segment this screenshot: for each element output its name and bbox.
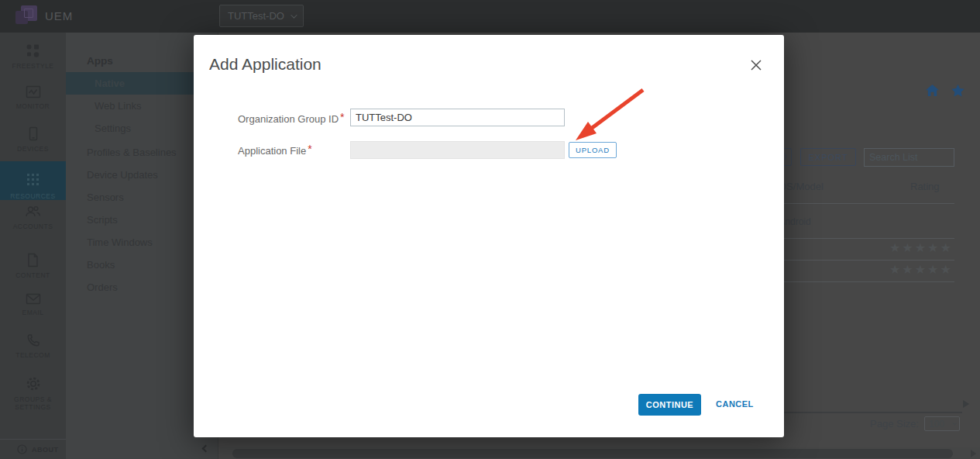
- nav-item-time-windows[interactable]: Time Windows: [87, 236, 153, 248]
- scroll-right-icon[interactable]: [971, 450, 976, 457]
- sidebar-item-content[interactable]: CONTENT: [0, 253, 66, 279]
- sidebar-item-label: FREESTYLE: [0, 62, 66, 70]
- rating-stars[interactable]: [889, 240, 953, 255]
- primary-sidebar: FREESTYLE MONITOR DEVICES RESOURCES ACCO…: [0, 33, 66, 459]
- resources-icon: [27, 174, 29, 176]
- modal-title: Add Application: [209, 55, 322, 74]
- field-label-text: Application File: [238, 145, 306, 157]
- sidebar-item-telecom[interactable]: TELECOM: [0, 333, 66, 359]
- nav-item-web-links[interactable]: Web Links: [95, 100, 141, 112]
- scrollbar-thumb[interactable]: [232, 449, 953, 458]
- cancel-button[interactable]: CANCEL: [716, 399, 754, 409]
- next-page-icon[interactable]: [963, 400, 969, 408]
- sidebar-item-label: GROUPS & SETTINGS: [10, 395, 57, 411]
- chevron-left-icon: [202, 445, 210, 453]
- sidebar-item-resources[interactable]: RESOURCES: [0, 161, 66, 200]
- brand[interactable]: UEM: [15, 5, 73, 26]
- upload-button[interactable]: UPLOAD: [569, 142, 617, 158]
- about-label: ABOUT: [32, 446, 59, 454]
- nav-item-orders[interactable]: Orders: [87, 281, 118, 293]
- sidebar-item-label: TELECOM: [0, 351, 66, 359]
- freestyle-icon: [26, 43, 40, 58]
- page-size-select[interactable]: 100: [924, 416, 960, 431]
- nav-item-scripts[interactable]: Scripts: [87, 214, 118, 226]
- collapse-sidebar-button[interactable]: [203, 440, 208, 454]
- organization-group-value: TUTTest-DO: [228, 10, 284, 22]
- uem-console-screen: UEM TUTTest-DO Add: [0, 0, 980, 459]
- favorite-star-icon[interactable]: [951, 84, 965, 98]
- top-bar: UEM TUTTest-DO Add: [0, 0, 980, 33]
- info-icon: [17, 444, 27, 454]
- sidebar-item-devices[interactable]: DEVICES: [0, 126, 66, 153]
- organization-group-id-input[interactable]: [350, 109, 565, 126]
- devices-icon: [29, 126, 38, 141]
- nav-item-label: Native: [95, 78, 125, 89]
- organization-group-dropdown[interactable]: TUTTest-DO: [219, 5, 304, 27]
- required-marker: *: [340, 111, 344, 123]
- gear-icon: [26, 376, 41, 392]
- sidebar-item-label: CONTENT: [0, 271, 66, 279]
- column-header-rating: Rating: [910, 181, 940, 192]
- sidebar-item-freestyle[interactable]: FREESTYLE: [0, 43, 66, 70]
- chevron-down-icon: [952, 420, 957, 425]
- field-label-organization-group-id: Organization Group ID*: [238, 112, 345, 125]
- home-icon[interactable]: [925, 84, 940, 97]
- rating-stars[interactable]: [889, 262, 953, 277]
- add-application-modal: Add Application Organization Group ID* A…: [194, 35, 784, 437]
- search-list-input[interactable]: [864, 148, 954, 167]
- sidebar-item-monitor[interactable]: MONITOR: [0, 85, 66, 110]
- monitor-icon: [26, 85, 41, 98]
- required-marker: *: [308, 143, 311, 155]
- sidebar-item-email[interactable]: EMAIL: [0, 293, 66, 316]
- sidebar-item-accounts[interactable]: ACCOUNTS: [0, 205, 66, 230]
- envelope-icon: [26, 293, 41, 305]
- continue-button[interactable]: CONTINUE: [638, 394, 701, 416]
- application-file-input: [350, 141, 565, 159]
- field-label-application-file: Application File*: [238, 144, 312, 157]
- sidebar-item-label: EMAIL: [0, 309, 66, 316]
- workspace-one-logo-icon: [15, 5, 37, 26]
- nav-item-device-updates[interactable]: Device Updates: [87, 169, 158, 181]
- phone-icon: [26, 333, 40, 347]
- close-button[interactable]: [750, 59, 762, 71]
- sidebar-item-label: DEVICES: [0, 145, 66, 153]
- close-icon: [750, 59, 762, 71]
- accounts-icon: [25, 205, 41, 219]
- nav-item-sensors[interactable]: Sensors: [87, 192, 124, 203]
- field-label-text: Organization Group ID: [238, 113, 339, 125]
- brand-label: UEM: [45, 9, 73, 22]
- sidebar-item-label: MONITOR: [0, 102, 66, 110]
- page-size-value: 100: [929, 419, 944, 430]
- document-icon: [27, 253, 39, 267]
- column-header-os-model: OS/Model: [779, 181, 824, 192]
- horizontal-scrollbar[interactable]: [220, 447, 980, 459]
- nav-item-profiles-baselines[interactable]: Profiles & Baselines: [87, 147, 177, 158]
- sidebar-item-label: ACCOUNTS: [0, 223, 66, 230]
- export-button[interactable]: EXPORT: [800, 148, 856, 166]
- nav-section-apps[interactable]: Apps: [87, 55, 113, 67]
- nav-item-books[interactable]: Books: [87, 259, 115, 271]
- about-button[interactable]: ABOUT: [0, 439, 66, 459]
- nav-item-settings[interactable]: Settings: [95, 123, 131, 134]
- sidebar-item-groups-settings[interactable]: GROUPS & SETTINGS: [0, 376, 66, 411]
- chevron-down-icon: [291, 12, 297, 18]
- sidebar-item-label: RESOURCES: [0, 192, 66, 200]
- page-size-label: Page Size:: [870, 418, 919, 430]
